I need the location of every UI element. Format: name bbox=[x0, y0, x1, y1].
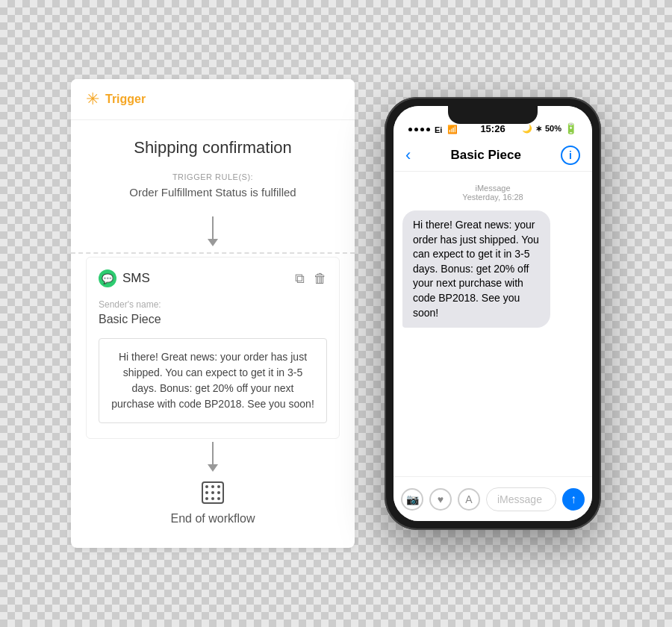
info-button[interactable]: i bbox=[561, 146, 580, 165]
svg-point-4 bbox=[205, 491, 208, 494]
imessage-timestamp: iMessageYesterday, 16:28 bbox=[462, 184, 523, 202]
svg-point-7 bbox=[205, 497, 208, 500]
iphone-notch bbox=[448, 106, 538, 124]
arrow-line-2 bbox=[212, 442, 214, 464]
end-workflow-section: End of workflow bbox=[171, 479, 255, 525]
sms-icon: 💬 bbox=[99, 269, 116, 287]
sms-actions: ⧉ 🗑 bbox=[295, 271, 327, 287]
appstore-symbol: A bbox=[465, 493, 472, 505]
svg-point-9 bbox=[217, 497, 220, 500]
imessage-input[interactable]: iMessage bbox=[486, 487, 556, 511]
sender-label: Sender's name: bbox=[99, 299, 327, 310]
trigger-rules-label: TRIGGER RULE(S): bbox=[129, 172, 296, 181]
sms-header: 💬 SMS ⧉ 🗑 bbox=[99, 269, 327, 287]
end-workflow-icon bbox=[199, 479, 226, 506]
svg-point-8 bbox=[211, 497, 214, 500]
battery-icon: 🔋 bbox=[564, 122, 577, 134]
shipping-title: Shipping confirmation bbox=[119, 120, 307, 172]
sms-title: SMS bbox=[122, 271, 150, 286]
sms-title-row: 💬 SMS bbox=[99, 269, 150, 287]
status-right-icons: 🌙 ∗ 50% 🔋 bbox=[522, 122, 577, 134]
send-button[interactable]: ↑ bbox=[562, 488, 585, 511]
trigger-star-icon: ✳ bbox=[86, 90, 99, 109]
iphone-device: Ei 📶 15:26 🌙 ∗ 50% 🔋 ‹ Basic Piece i bbox=[385, 97, 601, 530]
message-preview-box: Hi there! Great news: your order has jus… bbox=[99, 338, 327, 423]
signal-dot-3 bbox=[420, 128, 424, 131]
info-icon: i bbox=[569, 149, 572, 161]
trigger-header: ✳ Trigger bbox=[71, 79, 355, 120]
svg-point-6 bbox=[217, 491, 220, 494]
signal-dot-1 bbox=[408, 128, 412, 131]
wifi-icon: 📶 bbox=[447, 125, 458, 134]
sms-block: 💬 SMS ⧉ 🗑 Sender's name: Basic Piece Hi … bbox=[86, 257, 340, 439]
status-time: 15:26 bbox=[480, 123, 505, 134]
iphone-screen: Ei 📶 15:26 🌙 ∗ 50% 🔋 ‹ Basic Piece i bbox=[393, 106, 592, 521]
trigger-rules-value: Order Fulfillment Status is fulfilled bbox=[129, 186, 296, 199]
svg-point-2 bbox=[211, 485, 214, 488]
svg-point-3 bbox=[217, 485, 220, 488]
arrow-connector-2 bbox=[208, 442, 218, 472]
arrow-connector-1 bbox=[208, 216, 218, 246]
arrow-head bbox=[208, 239, 218, 246]
phone-mockup-wrapper: Ei 📶 15:26 🌙 ∗ 50% 🔋 ‹ Basic Piece i bbox=[385, 97, 601, 530]
copy-button[interactable]: ⧉ bbox=[295, 271, 305, 287]
nav-title: Basic Piece bbox=[450, 148, 521, 163]
svg-point-1 bbox=[205, 485, 208, 488]
camera-symbol: 📷 bbox=[406, 493, 419, 505]
end-workflow-label: End of workflow bbox=[171, 512, 255, 525]
carrier-label: Ei bbox=[435, 125, 442, 134]
bluetooth-icon: ∗ bbox=[535, 124, 542, 134]
sender-name: Basic Piece bbox=[99, 313, 327, 326]
workflow-panel: ✳ Trigger Shipping confirmation TRIGGER … bbox=[71, 79, 355, 548]
trigger-rules-section: TRIGGER RULE(S): Order Fulfillment Statu… bbox=[114, 172, 311, 213]
send-icon: ↑ bbox=[570, 493, 576, 506]
signal-icons: Ei 📶 bbox=[408, 125, 458, 134]
arrow-line bbox=[212, 216, 214, 239]
messages-area: iMessageYesterday, 16:28 Hi there! Great… bbox=[393, 172, 592, 476]
appstore-icon[interactable]: A bbox=[458, 488, 480, 511]
signal-dot-2 bbox=[414, 128, 418, 131]
input-placeholder-text: iMessage bbox=[497, 493, 542, 505]
moon-icon: 🌙 bbox=[522, 124, 532, 134]
delete-button[interactable]: 🗑 bbox=[314, 271, 327, 287]
dashed-separator bbox=[71, 252, 355, 254]
trigger-label: Trigger bbox=[105, 93, 146, 106]
message-bubble: Hi there! Great news: your order has jus… bbox=[402, 210, 550, 328]
nav-bar: ‹ Basic Piece i bbox=[393, 139, 592, 172]
input-bar: 📷 ♥ A iMessage ↑ bbox=[393, 476, 592, 521]
camera-icon[interactable]: 📷 bbox=[401, 488, 423, 511]
heart-symbol: ♥ bbox=[438, 493, 444, 505]
signal-dot-4 bbox=[426, 128, 430, 131]
back-button[interactable]: ‹ bbox=[405, 146, 411, 165]
heart-icon[interactable]: ♥ bbox=[429, 488, 452, 511]
battery-label: 50% bbox=[545, 124, 561, 133]
svg-point-5 bbox=[211, 491, 214, 494]
arrow-head-2 bbox=[208, 464, 218, 472]
